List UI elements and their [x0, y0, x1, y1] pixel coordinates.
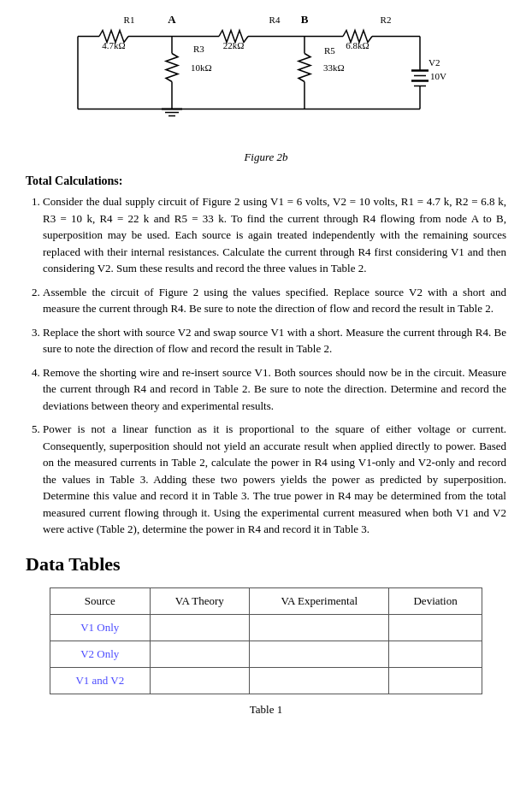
svg-text:33kΩ: 33kΩ [323, 62, 345, 73]
table-header-row: Source VA Theory VA Experimental Deviati… [50, 587, 482, 614]
svg-text:10V: 10V [430, 71, 446, 81]
instructions-list: Consider the dual supply circuit of Figu… [26, 193, 506, 538]
svg-text:R5: R5 [324, 45, 335, 56]
v1v2-va-experimental [250, 667, 389, 694]
col-deviation: Deviation [389, 587, 482, 614]
col-va-theory: VA Theory [150, 587, 250, 614]
source-v2-only: V2 Only [50, 641, 150, 667]
table-row: V1 Only [50, 614, 482, 641]
svg-text:V2: V2 [429, 57, 440, 68]
svg-text:R4: R4 [269, 15, 281, 25]
v1-only-va-theory [150, 614, 250, 641]
circuit-diagram: R1 4.7kΩ A R3 10kΩ R4 22kΩ B R5 33 [26, 9, 506, 145]
table-row: V1 and V2 [50, 667, 482, 694]
v1v2-deviation [389, 667, 482, 694]
col-va-experimental: VA Experimental [250, 587, 389, 614]
v1-only-va-experimental [250, 614, 389, 641]
list-item: Power is not a linear function as it is … [43, 421, 506, 538]
source-v1v2: V1 and V2 [50, 667, 150, 694]
list-item: Remove the shorting wire and re-insert s… [43, 364, 506, 415]
figure-caption: Figure 2b [26, 151, 506, 164]
table-row: V2 Only [50, 641, 482, 667]
list-item: Assemble the circuit of Figure 2 using t… [43, 284, 506, 317]
svg-text:R1: R1 [124, 15, 135, 25]
svg-text:10kΩ: 10kΩ [191, 62, 212, 73]
v2-only-va-experimental [250, 641, 389, 667]
table1-wrapper: Source VA Theory VA Experimental Deviati… [26, 587, 506, 717]
svg-text:R3: R3 [193, 44, 204, 54]
table1-caption: Table 1 [250, 703, 282, 717]
table1: Source VA Theory VA Experimental Deviati… [50, 587, 482, 694]
svg-text:22kΩ: 22kΩ [223, 40, 245, 50]
list-item: Replace the short with source V2 and swa… [43, 324, 506, 357]
v1-only-deviation [389, 614, 482, 641]
svg-text:4.7kΩ: 4.7kΩ [102, 40, 125, 50]
source-v1-only: V1 Only [50, 614, 150, 641]
svg-text:B: B [301, 13, 309, 26]
data-tables-heading: Data Tables [26, 553, 506, 576]
svg-text:A: A [168, 13, 176, 26]
v2-only-deviation [389, 641, 482, 667]
list-item: Consider the dual supply circuit of Figu… [43, 193, 506, 277]
col-source: Source [50, 587, 150, 614]
svg-text:R2: R2 [381, 15, 392, 25]
svg-text:6.8kΩ: 6.8kΩ [346, 40, 369, 50]
v1v2-va-theory [150, 667, 250, 694]
section-title: Total Calculations: [26, 174, 506, 188]
v2-only-va-theory [150, 641, 250, 667]
